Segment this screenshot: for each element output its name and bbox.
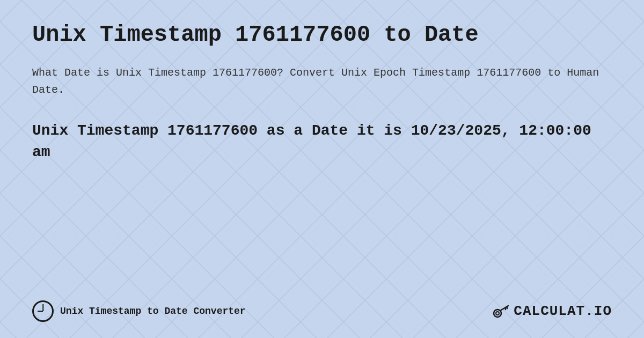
- page-description: What Date is Unix Timestamp 1761177600? …: [32, 64, 612, 99]
- footer: Unix Timestamp to Date Converter CALCULA…: [32, 300, 612, 322]
- footer-label: Unix Timestamp to Date Converter: [60, 306, 246, 317]
- brand-logo: CALCULAT.IO: [492, 302, 612, 321]
- result-section: Unix Timestamp 1761177600 as a Date it i…: [32, 120, 612, 162]
- page-title: Unix Timestamp 1761177600 to Date: [32, 21, 612, 48]
- brand-icon: [492, 302, 511, 321]
- clock-icon: [32, 300, 54, 322]
- result-text: Unix Timestamp 1761177600 as a Date it i…: [32, 120, 612, 162]
- footer-left: Unix Timestamp to Date Converter: [32, 300, 246, 322]
- svg-point-5: [496, 312, 499, 315]
- brand-text: CALCULAT.IO: [514, 303, 612, 319]
